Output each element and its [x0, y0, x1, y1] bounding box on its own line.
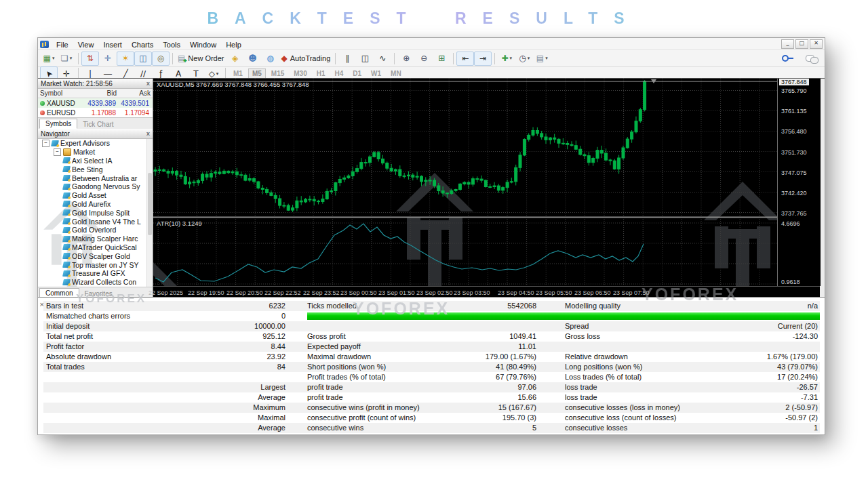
- collapse-icon[interactable]: −: [42, 140, 50, 147]
- menu-item-insert[interactable]: Insert: [98, 41, 127, 49]
- current-price-box: 3767.848: [779, 79, 809, 85]
- timeframe-m1[interactable]: M1: [229, 68, 247, 79]
- report-label: Expected payoff: [307, 342, 361, 350]
- timeframe-mn[interactable]: MN: [387, 68, 406, 79]
- strategy-tester-button[interactable]: ◎: [152, 52, 170, 66]
- chart-shift-button[interactable]: ⇥: [474, 52, 492, 66]
- timeframe-m30[interactable]: M30: [290, 68, 311, 79]
- tree-item-between-australia-ar[interactable]: Between Australia ar: [38, 174, 153, 182]
- tree-item-top-master-on-jy-sy[interactable]: Top master on JY SY: [38, 260, 153, 269]
- tree-item-matrader-quickscal[interactable]: MATrader QuickScal: [38, 243, 153, 252]
- report-value: Maximum: [125, 403, 285, 411]
- market-watch-close-icon[interactable]: x: [146, 81, 150, 87]
- menu-item-file[interactable]: File: [52, 41, 73, 49]
- candlestick-chart-button[interactable]: ◫: [356, 52, 374, 66]
- periods-button[interactable]: ◷▾: [515, 52, 533, 66]
- tree-item-wizard-collects-con[interactable]: Wizard Collects Con: [38, 278, 153, 287]
- tree-item-gold-asset[interactable]: Gold Asset: [38, 191, 153, 200]
- zoom-in-button[interactable]: ⊕: [397, 52, 415, 66]
- templates-button[interactable]: ▤▾: [533, 52, 551, 66]
- tab-symbols[interactable]: Symbols: [39, 119, 77, 129]
- timeframe-w1[interactable]: W1: [367, 68, 385, 79]
- price-chart[interactable]: [153, 79, 777, 286]
- navigator-close-icon[interactable]: x: [146, 131, 150, 137]
- tree-root-expert-advisors[interactable]: −Expert Advisors: [38, 139, 153, 148]
- menu-item-help[interactable]: Help: [221, 41, 246, 49]
- report-value: 84: [125, 363, 285, 371]
- horizontal-line-icon: ―: [104, 70, 112, 78]
- tree-item-gold-overlord[interactable]: Gold Overlord: [38, 226, 153, 235]
- report-value: 925.12: [125, 332, 285, 340]
- navigator-button[interactable]: ✶: [117, 52, 134, 66]
- tree-item-gaodong-nervous-sy[interactable]: Gaodong Nervous Sy: [38, 182, 153, 191]
- navigator-tree: −Expert Advisors−MarketAxi Select IABee …: [38, 139, 153, 287]
- data-window-button[interactable]: ✛: [99, 52, 117, 66]
- collapse-icon[interactable]: −: [54, 148, 61, 156]
- price-tick-label: 3747.075: [781, 169, 807, 176]
- tree-item-gold-aurefix[interactable]: Gold Aurefix: [38, 200, 153, 209]
- timeframe-m5[interactable]: M5: [248, 68, 266, 79]
- menu-item-window[interactable]: Window: [185, 41, 221, 49]
- menu-item-charts[interactable]: Charts: [127, 41, 158, 49]
- market-watch-row-eurusd[interactable]: EURUSD1.170881.17094: [38, 108, 153, 117]
- cursor-icon: ➤: [43, 68, 54, 79]
- restore-button[interactable]: □: [795, 39, 808, 49]
- metaquotes-deposit-button[interactable]: ◈: [226, 52, 244, 66]
- terminal-button[interactable]: ◫: [134, 52, 152, 66]
- new-order-label: New Order: [188, 54, 224, 62]
- menu-item-tools[interactable]: Tools: [158, 41, 185, 49]
- tree-item-label: Making Scalper Harc: [72, 235, 138, 243]
- menu-item-view[interactable]: View: [73, 41, 99, 49]
- metaeditor-button[interactable]: ☻: [244, 52, 262, 66]
- symbol-label: XAUUSD: [47, 100, 75, 107]
- tree-item-label: Gold Aurefix: [72, 200, 111, 208]
- market-watch-button[interactable]: ⇅: [81, 52, 99, 66]
- chat-button[interactable]: [801, 52, 818, 66]
- new-chart-button[interactable]: ▦▾: [40, 52, 58, 66]
- toolbar-separator: [494, 53, 495, 64]
- bar-chart-button[interactable]: ∥: [338, 52, 356, 66]
- close-button[interactable]: ✕: [810, 39, 823, 49]
- indicators-button[interactable]: ✚▾: [498, 52, 515, 66]
- line-chart-button[interactable]: ∿: [374, 52, 391, 66]
- tree-item-bee-sting[interactable]: Bee Sting: [38, 165, 153, 174]
- tab-tick-chart[interactable]: Tick Chart: [77, 120, 119, 129]
- report-value: Average: [125, 424, 285, 432]
- tile-windows-button[interactable]: ⊞: [433, 52, 450, 66]
- tree-group-market[interactable]: −Market: [38, 148, 153, 157]
- report-label: Mismatched charts errors: [46, 312, 130, 320]
- report-value: 11.01: [369, 342, 536, 350]
- timeframe-h4[interactable]: H4: [331, 68, 348, 79]
- up-arrow-icon: [40, 101, 45, 106]
- report-label: consecutive wins: [307, 424, 363, 432]
- tree-item-label: Expert Advisors: [60, 139, 110, 147]
- market-watch-header: Symbol Bid Ask: [38, 89, 153, 98]
- tree-item-making-scalper-harc[interactable]: Making Scalper Harc: [38, 235, 153, 243]
- tree-item-treasure-ai-gfx[interactable]: Treasure AI GFX: [38, 269, 153, 278]
- report-value: 43 (79.07%): [674, 363, 818, 371]
- expert-advisor-icon: [62, 253, 71, 259]
- market-watch-row-xauusd[interactable]: XAUUSD4339.3894339.501: [38, 98, 153, 108]
- minimize-button[interactable]: _: [781, 39, 794, 49]
- community-globe-button[interactable]: ◍: [262, 52, 279, 66]
- report-label: loss trade: [565, 393, 597, 401]
- tree-item-gold-impulse-split[interactable]: Gold Impulse Split: [38, 208, 153, 217]
- atr-scale-bottom: 0.9618: [781, 279, 800, 285]
- timeframe-h1[interactable]: H1: [313, 68, 330, 79]
- navigator-scrollbar-thumb[interactable]: [148, 173, 152, 235]
- tree-item-gold-insane-v4-the-l[interactable]: Gold Insane V4 The L: [38, 217, 153, 226]
- tree-item-obv-scalper-gold[interactable]: OBV Scalper Gold: [38, 251, 153, 260]
- autotrading-button[interactable]: ◆AutoTrading: [279, 52, 333, 66]
- community-key-button[interactable]: [776, 52, 794, 66]
- navigator-title: Navigator: [41, 130, 70, 138]
- price-tick-label: 3751.730: [781, 149, 807, 156]
- auto-scroll-button[interactable]: ⇤: [456, 52, 474, 66]
- profiles-button[interactable]: ❏▾: [58, 52, 75, 66]
- zoom-out-button[interactable]: ⊖: [415, 52, 433, 66]
- report-value: -7.31: [674, 393, 818, 401]
- report-label: profit trade: [307, 393, 343, 401]
- tree-item-axi-select-ia[interactable]: Axi Select IA: [38, 157, 153, 165]
- new-order-button[interactable]: ▤✚New Order: [176, 52, 226, 66]
- timeframe-m15[interactable]: M15: [267, 68, 288, 79]
- timeframe-d1[interactable]: D1: [349, 68, 366, 79]
